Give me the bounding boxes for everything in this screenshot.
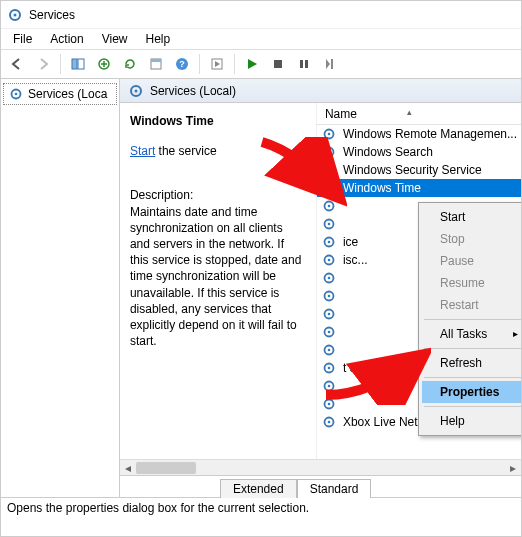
app-gear-icon — [7, 7, 23, 23]
gear-icon — [321, 396, 337, 412]
svg-point-23 — [328, 169, 331, 172]
gear-icon — [321, 360, 337, 376]
menu-help[interactable]: Help — [138, 30, 179, 48]
svg-text:?: ? — [179, 59, 185, 69]
refresh-icon[interactable] — [118, 52, 142, 76]
svg-point-21 — [328, 151, 331, 154]
play-icon[interactable] — [240, 52, 264, 76]
stop-icon[interactable] — [266, 52, 290, 76]
svg-rect-3 — [78, 59, 84, 69]
status-text: Opens the properties dialog box for the … — [7, 501, 309, 515]
menu-bar: File Action View Help — [1, 29, 521, 49]
gear-icon — [321, 378, 337, 394]
scroll-thumb[interactable] — [136, 462, 196, 474]
svg-rect-10 — [274, 60, 282, 68]
grid-header[interactable]: Name ▴ — [317, 103, 521, 125]
toolbar: ? — [1, 49, 521, 79]
start-service-line: Start the service — [130, 143, 306, 159]
cm-all-tasks[interactable]: All Tasks▸ — [422, 323, 522, 345]
svg-point-31 — [328, 241, 331, 244]
svg-rect-6 — [151, 59, 161, 62]
help-icon[interactable]: ? — [170, 52, 194, 76]
gear-icon — [128, 83, 144, 99]
restart-icon[interactable] — [318, 52, 342, 76]
cm-start[interactable]: Start — [422, 206, 522, 228]
svg-point-41 — [328, 331, 331, 334]
service-row-label: Windows Time — [343, 181, 421, 195]
scroll-track[interactable] — [136, 460, 505, 476]
description-label: Description: — [130, 187, 306, 203]
gear-icon — [321, 324, 337, 340]
service-row[interactable]: Windows Time — [317, 179, 521, 197]
service-row-label: Windows Search — [343, 145, 433, 159]
gear-icon — [321, 288, 337, 304]
scroll-left-icon[interactable]: ◂ — [120, 460, 136, 476]
tree-root-label: Services (Loca — [28, 87, 107, 101]
svg-point-17 — [134, 89, 137, 92]
horizontal-scrollbar[interactable]: ◂ ▸ — [120, 459, 521, 475]
chevron-right-icon: ▸ — [513, 328, 518, 339]
gear-icon — [321, 180, 337, 196]
cm-separator — [424, 348, 522, 349]
svg-point-43 — [328, 349, 331, 352]
svg-point-35 — [328, 277, 331, 280]
start-service-icon[interactable] — [205, 52, 229, 76]
service-row-label: t S... — [343, 361, 368, 375]
menu-file[interactable]: File — [5, 30, 40, 48]
service-row-label: ice — [343, 235, 358, 249]
svg-point-29 — [328, 223, 331, 226]
gear-icon — [321, 216, 337, 232]
context-menu: Start Stop Pause Resume Restart All Task… — [418, 202, 522, 436]
cm-resume: Resume — [422, 272, 522, 294]
cm-separator — [424, 377, 522, 378]
service-row[interactable]: Windows Security Service — [317, 161, 521, 179]
scroll-right-icon[interactable]: ▸ — [505, 460, 521, 476]
gear-icon — [321, 270, 337, 286]
export-list-icon[interactable] — [92, 52, 116, 76]
selected-service-name: Windows Time — [130, 113, 306, 129]
gear-icon — [321, 162, 337, 178]
view-tabs: Extended Standard — [120, 475, 521, 497]
details-pane: Windows Time Start the service Descripti… — [120, 103, 316, 459]
svg-rect-12 — [305, 60, 308, 68]
svg-point-15 — [15, 93, 18, 96]
svg-point-25 — [328, 187, 331, 190]
column-name[interactable]: Name — [325, 107, 357, 121]
svg-point-33 — [328, 259, 331, 262]
pause-icon[interactable] — [292, 52, 316, 76]
menu-view[interactable]: View — [94, 30, 136, 48]
gear-icon — [321, 198, 337, 214]
service-row-label: Windows Remote Managemen... — [343, 127, 517, 141]
gear-icon — [321, 234, 337, 250]
menu-action[interactable]: Action — [42, 30, 91, 48]
description-text: Maintains date and time synchronization … — [130, 204, 306, 350]
service-row[interactable]: Windows Remote Managemen... — [317, 125, 521, 143]
svg-point-19 — [328, 133, 331, 136]
start-service-suffix: the service — [155, 144, 216, 158]
gear-icon — [321, 306, 337, 322]
cm-properties[interactable]: Properties — [422, 381, 522, 403]
cm-stop: Stop — [422, 228, 522, 250]
svg-point-1 — [14, 13, 17, 16]
cm-help[interactable]: Help — [422, 410, 522, 432]
cm-refresh[interactable]: Refresh — [422, 352, 522, 374]
tree-panel: Services (Loca — [1, 79, 120, 497]
svg-point-51 — [328, 421, 331, 424]
tab-extended[interactable]: Extended — [220, 479, 297, 498]
gear-icon — [321, 414, 337, 430]
forward-arrow-icon[interactable] — [31, 52, 55, 76]
tab-standard[interactable]: Standard — [297, 479, 372, 498]
service-row-label: Windows Security Service — [343, 163, 482, 177]
svg-rect-2 — [72, 59, 77, 69]
show-hide-tree-icon[interactable] — [66, 52, 90, 76]
properties-icon[interactable] — [144, 52, 168, 76]
cm-separator — [424, 406, 522, 407]
service-row[interactable]: Windows Search — [317, 143, 521, 161]
window-title: Services — [29, 8, 75, 22]
sort-asc-icon: ▴ — [407, 107, 412, 117]
start-service-link[interactable]: Start — [130, 144, 155, 158]
cm-restart: Restart — [422, 294, 522, 316]
back-arrow-icon[interactable] — [5, 52, 29, 76]
gear-icon — [321, 342, 337, 358]
tree-root-services[interactable]: Services (Loca — [3, 83, 117, 105]
